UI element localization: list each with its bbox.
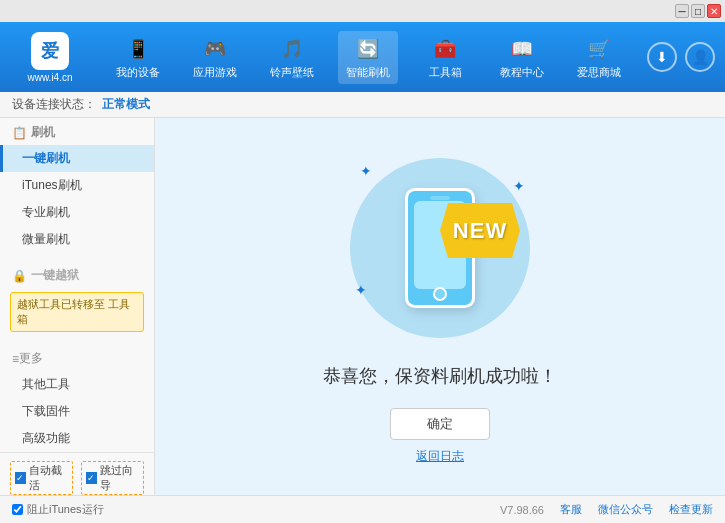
success-message: 恭喜您，保资料刷机成功啦！ — [323, 364, 557, 388]
sparkle-1-icon: ✦ — [360, 163, 372, 179]
auto-capture-label: 自动截活 — [29, 463, 68, 493]
sidebar-item-one-click-flash[interactable]: 一键刷机 — [0, 145, 154, 172]
shop-label: 爱思商城 — [577, 65, 621, 80]
ringtone-icon: 🎵 — [278, 35, 306, 63]
maximize-button[interactable]: □ — [691, 4, 705, 18]
my-device-label: 我的设备 — [116, 65, 160, 80]
auto-capture-check-icon — [15, 472, 26, 484]
success-illustration: ✦ ✦ ✦ NEW — [340, 148, 540, 348]
new-badge: NEW — [440, 203, 520, 258]
nav-actions: ⬇ 👤 — [647, 42, 715, 72]
phone-speaker — [430, 196, 450, 200]
apps-label: 应用游戏 — [193, 65, 237, 80]
nav-items: 📱 我的设备 🎮 应用游戏 🎵 铃声壁纸 🔄 智能刷机 🧰 工具箱 📖 教程中心… — [100, 31, 637, 84]
smart-flash-label: 智能刷机 — [346, 65, 390, 80]
nav-apps[interactable]: 🎮 应用游戏 — [185, 31, 245, 84]
tutorial-label: 教程中心 — [500, 65, 544, 80]
one-click-flash-label: 一键刷机 — [22, 151, 70, 165]
status-bar: 设备连接状态： 正常模式 — [0, 92, 725, 118]
download-firmware-label: 下载固件 — [22, 404, 70, 418]
main-area: 📋 刷机 一键刷机 iTunes刷机 专业刷机 微量刷机 🔒 一键越狱 越狱工具… — [0, 118, 725, 495]
footer: 阻止iTunes运行 V7.98.66 客服 微信公众号 检查更新 — [0, 495, 725, 523]
jailbreak-label: 一键越狱 — [31, 267, 79, 284]
pro-flash-label: 专业刷机 — [22, 205, 70, 219]
back-link[interactable]: 返回日志 — [416, 448, 464, 465]
toolbox-icon: 🧰 — [431, 35, 459, 63]
nav-toolbox[interactable]: 🧰 工具箱 — [415, 31, 475, 84]
jailbreak-notice-text: 越狱工具已转移至 工具箱 — [17, 298, 130, 325]
check-update-link[interactable]: 检查更新 — [669, 502, 713, 517]
sidebar-item-micro-flash[interactable]: 微量刷机 — [0, 226, 154, 253]
nav-ringtone[interactable]: 🎵 铃声壁纸 — [262, 31, 322, 84]
skip-wizard-checkbox[interactable]: 跳过向导 — [81, 461, 144, 495]
wechat-link[interactable]: 微信公众号 — [598, 502, 653, 517]
confirm-label: 确定 — [427, 415, 453, 433]
logo-icon: 爱 — [31, 32, 69, 70]
status-label: 设备连接状态： — [12, 96, 96, 113]
more-label: 更多 — [19, 350, 43, 367]
shop-icon: 🛒 — [585, 35, 613, 63]
flash-section-title: 📋 刷机 — [0, 118, 154, 145]
apps-icon: 🎮 — [201, 35, 229, 63]
content-area: ✦ ✦ ✦ NEW 恭喜您，保资料刷机成功啦！ 确定 返回日志 — [155, 118, 725, 495]
jailbreak-notice: 越狱工具已转移至 工具箱 — [10, 292, 144, 332]
device-checkboxes: 自动截活 跳过向导 — [10, 461, 144, 495]
sidebar-item-advanced[interactable]: 高级功能 — [0, 425, 154, 452]
logo-url: www.i4.cn — [27, 72, 72, 83]
itunes-checkbox[interactable] — [12, 504, 23, 515]
title-bar: ─ □ ✕ — [0, 0, 725, 22]
customer-service-link[interactable]: 客服 — [560, 502, 582, 517]
more-section-title: ≡ 更多 — [0, 344, 154, 371]
itunes-flash-label: iTunes刷机 — [22, 178, 82, 192]
itunes-label: 阻止iTunes运行 — [27, 502, 104, 517]
jailbreak-section-title: 🔒 一键越狱 — [0, 261, 154, 288]
nav-smart-flash[interactable]: 🔄 智能刷机 — [338, 31, 398, 84]
smart-flash-icon: 🔄 — [354, 35, 382, 63]
nav-shop[interactable]: 🛒 爱思商城 — [569, 31, 629, 84]
micro-flash-label: 微量刷机 — [22, 232, 70, 246]
sparkle-3-icon: ✦ — [355, 282, 367, 298]
sidebar: 📋 刷机 一键刷机 iTunes刷机 专业刷机 微量刷机 🔒 一键越狱 越狱工具… — [0, 118, 155, 495]
user-button[interactable]: 👤 — [685, 42, 715, 72]
advanced-label: 高级功能 — [22, 431, 70, 445]
footer-right: V7.98.66 客服 微信公众号 检查更新 — [500, 502, 713, 517]
sparkle-2-icon: ✦ — [513, 178, 525, 194]
minimize-button[interactable]: ─ — [675, 4, 689, 18]
status-value: 正常模式 — [102, 96, 150, 113]
sidebar-item-pro-flash[interactable]: 专业刷机 — [0, 199, 154, 226]
skip-wizard-label: 跳过向导 — [100, 463, 139, 493]
logo[interactable]: 爱 www.i4.cn — [10, 32, 90, 83]
flash-section-icon: 📋 — [12, 126, 27, 140]
ringtone-label: 铃声壁纸 — [270, 65, 314, 80]
skip-wizard-check-icon — [86, 472, 97, 484]
nav-my-device[interactable]: 📱 我的设备 — [108, 31, 168, 84]
new-text: NEW — [453, 218, 507, 244]
auto-capture-checkbox[interactable]: 自动截活 — [10, 461, 73, 495]
header: 爱 www.i4.cn 📱 我的设备 🎮 应用游戏 🎵 铃声壁纸 🔄 智能刷机 … — [0, 22, 725, 92]
footer-left: 阻止iTunes运行 — [12, 502, 500, 517]
close-button[interactable]: ✕ — [707, 4, 721, 18]
sidebar-item-other-tools[interactable]: 其他工具 — [0, 371, 154, 398]
phone-home-btn — [433, 287, 447, 301]
lock-icon: 🔒 — [12, 269, 27, 283]
sidebar-item-itunes-flash[interactable]: iTunes刷机 — [0, 172, 154, 199]
more-icon: ≡ — [12, 352, 19, 366]
flash-section-label: 刷机 — [31, 124, 55, 141]
sidebar-item-download-firmware[interactable]: 下载固件 — [0, 398, 154, 425]
my-device-icon: 📱 — [124, 35, 152, 63]
tutorial-icon: 📖 — [508, 35, 536, 63]
other-tools-label: 其他工具 — [22, 377, 70, 391]
version-text: V7.98.66 — [500, 504, 544, 516]
nav-tutorial[interactable]: 📖 教程中心 — [492, 31, 552, 84]
sidebar-bottom: 自动截活 跳过向导 📱 iPhone 12 mini 64GB Down-12m… — [0, 452, 154, 495]
download-button[interactable]: ⬇ — [647, 42, 677, 72]
confirm-button[interactable]: 确定 — [390, 408, 490, 440]
toolbox-label: 工具箱 — [429, 65, 462, 80]
